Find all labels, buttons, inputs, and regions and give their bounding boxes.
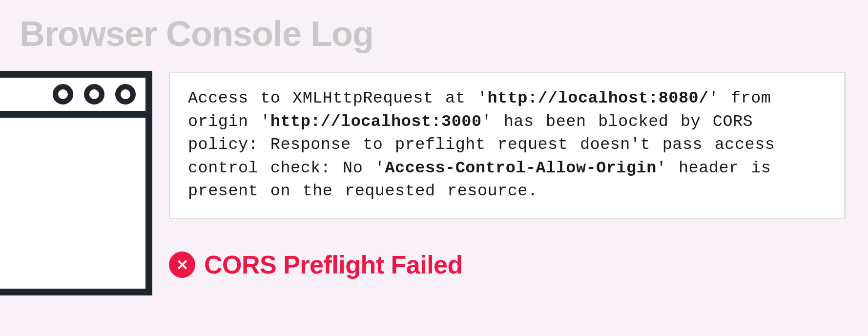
- console-log-panel: Access to XMLHttpRequest at 'http://loca…: [169, 72, 846, 219]
- status-label: CORS Preflight Failed: [204, 250, 463, 279]
- window-dot: [84, 84, 104, 105]
- log-text: Access to XMLHttpRequest at ': [188, 89, 488, 107]
- page-title: Browser Console Log: [20, 14, 373, 54]
- log-header-name: Access-Control-Allow-Origin: [385, 159, 656, 177]
- browser-window-icon: [0, 71, 152, 295]
- log-url: http://localhost:8080/: [488, 89, 709, 107]
- window-dot: [115, 84, 136, 105]
- status-row: ✕ CORS Preflight Failed: [169, 250, 463, 279]
- window-dot: [53, 84, 73, 105]
- error-icon: ✕: [169, 252, 195, 278]
- browser-titlebar: [0, 78, 145, 118]
- log-origin: http://localhost:3000: [270, 112, 482, 131]
